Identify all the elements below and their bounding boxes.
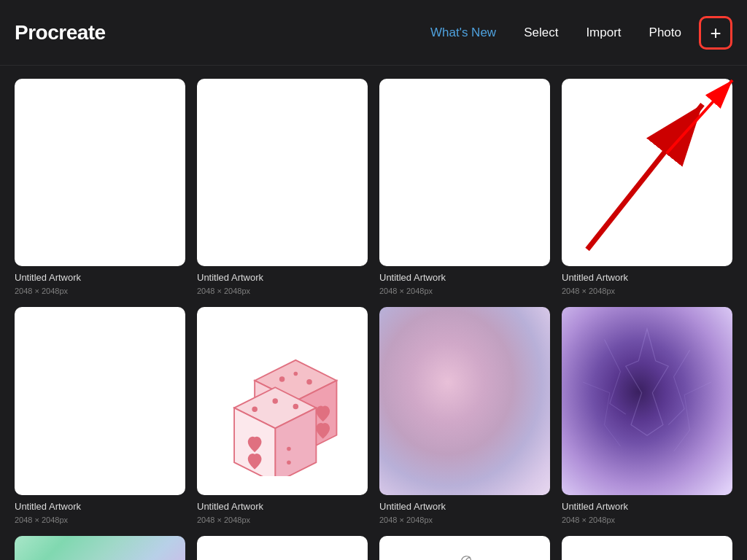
artwork-title: Untitled Artwork — [379, 501, 550, 512]
artwork-thumbnail[interactable] — [15, 536, 185, 560]
nav-import[interactable]: Import — [576, 20, 631, 46]
artwork-dimensions: 2048 × 2048px — [15, 516, 185, 524]
artwork-item[interactable]: Untitled Artwork 2048 × 2048px — [15, 79, 185, 295]
nav-photo[interactable]: Photo — [639, 20, 692, 46]
artwork-item[interactable]: Untitled Artwork 2048 × 2048px — [562, 79, 732, 295]
artwork-thumbnail[interactable] — [562, 79, 732, 266]
artwork-thumbnail[interactable] — [379, 307, 550, 494]
swirl-illustration — [414, 548, 516, 560]
plus-icon: + — [710, 23, 721, 42]
artwork-item[interactable]: Untitled Artwork 2048 × 2048px — [379, 307, 550, 524]
artwork-dimensions: 2048 × 2048px — [562, 287, 732, 295]
artwork-item[interactable] — [197, 536, 368, 560]
artwork-item[interactable]: Untitled Artwork 2048 × 2048px — [197, 79, 368, 295]
artwork-thumbnail[interactable] — [379, 79, 550, 266]
artwork-thumbnail[interactable] — [562, 536, 732, 560]
artwork-item[interactable] — [15, 536, 185, 560]
artwork-item[interactable]: Untitled Artwork 2048 × 2048px — [197, 307, 368, 524]
artwork-dimensions: 2048 × 2048px — [197, 287, 368, 295]
header-nav: What's New Select Import Photo + — [420, 16, 732, 50]
artwork-title: Untitled Artwork — [15, 501, 185, 512]
nav-select[interactable]: Select — [514, 20, 568, 46]
svg-point-14 — [273, 398, 278, 403]
artwork-title: Untitled Artwork — [197, 272, 368, 283]
svg-point-16 — [287, 447, 292, 451]
crack-pattern — [562, 307, 732, 494]
artwork-dimensions: 2048 × 2048px — [15, 287, 185, 295]
artwork-title: Untitled Artwork — [379, 272, 550, 283]
app-header: Procreate What's New Select Import Photo… — [0, 0, 747, 66]
svg-line-3 — [587, 104, 703, 249]
gallery-grid: Untitled Artwork 2048 × 2048px Untitled … — [0, 66, 747, 560]
artwork-thumbnail[interactable] — [562, 307, 732, 494]
svg-point-7 — [279, 376, 285, 381]
artwork-item[interactable]: Untitled Artwork 2048 × 2048px — [379, 79, 550, 295]
app-logo: Procreate — [15, 21, 106, 44]
artwork-dimensions: 2048 × 2048px — [379, 516, 550, 524]
artwork-dimensions: 2048 × 2048px — [197, 516, 368, 524]
svg-point-15 — [293, 404, 298, 409]
artwork-dimensions: 2048 × 2048px — [379, 287, 550, 295]
artwork-item[interactable] — [379, 536, 550, 560]
artwork-thumbnail[interactable] — [379, 536, 550, 560]
artwork-title: Untitled Artwork — [197, 501, 368, 512]
artwork-item[interactable] — [562, 536, 732, 560]
add-button[interactable]: + — [699, 16, 732, 50]
nav-whats-new[interactable]: What's New — [420, 20, 506, 46]
svg-point-17 — [287, 461, 292, 465]
artwork-thumbnail[interactable] — [197, 79, 368, 266]
dice-illustration — [214, 326, 350, 476]
artwork-thumbnail[interactable] — [197, 307, 368, 494]
artwork-thumbnail[interactable] — [15, 307, 185, 494]
artwork-thumbnail[interactable] — [197, 536, 368, 560]
artwork-item[interactable]: Untitled Artwork 2048 × 2048px — [562, 307, 732, 524]
artwork-title: Untitled Artwork — [15, 272, 185, 283]
svg-point-9 — [294, 372, 298, 376]
artwork-title: Untitled Artwork — [562, 272, 732, 283]
svg-point-13 — [252, 407, 258, 412]
artwork-title: Untitled Artwork — [562, 501, 732, 512]
artwork-item[interactable]: Untitled Artwork 2048 × 2048px — [15, 307, 185, 524]
arrow-in-thumb — [562, 79, 732, 266]
artwork-thumbnail[interactable] — [15, 79, 185, 266]
artwork-dimensions: 2048 × 2048px — [562, 516, 732, 524]
svg-point-8 — [307, 379, 312, 384]
